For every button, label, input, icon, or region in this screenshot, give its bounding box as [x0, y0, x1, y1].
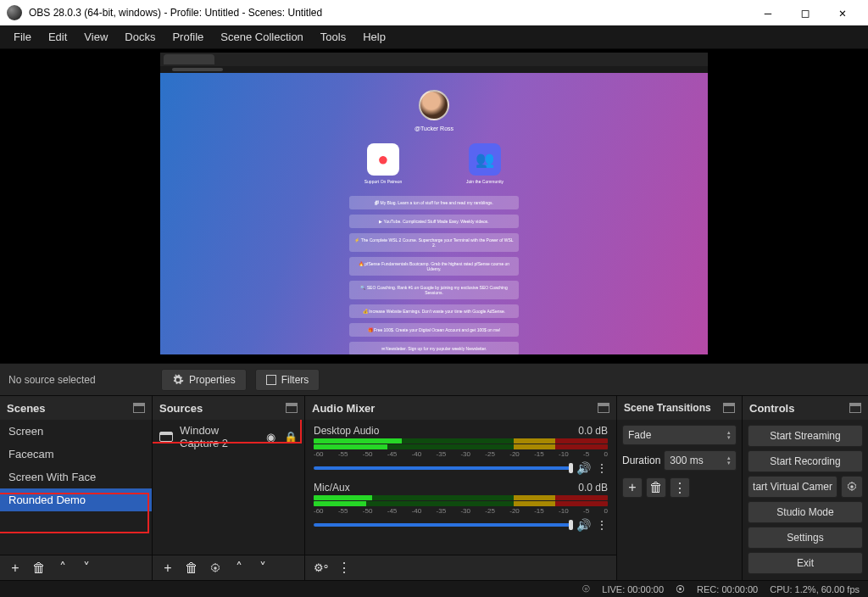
status-bar: ⦾ LIVE: 00:00:00 ⦿ REC: 00:00:00 CPU: 1.… [0, 580, 868, 597]
popout-icon[interactable] [286, 403, 298, 413]
live-status: LIVE: 00:00:00 [602, 584, 664, 594]
menu-edit[interactable]: Edit [40, 27, 75, 47]
channel-name: Mic/Aux [314, 482, 350, 494]
context-toolbar: No source selected Properties Filters [0, 363, 868, 395]
source-label: Window Capture 2 [180, 424, 257, 449]
controls-dock: Controls Start Streaming Start Recording… [743, 396, 868, 580]
spinner-icon[interactable]: ▴▾ [727, 455, 731, 466]
gear-icon [172, 374, 184, 386]
scene-item[interactable]: Facecam [0, 443, 152, 466]
source-up-button[interactable]: ˄ [229, 558, 249, 578]
maximize-button[interactable]: □ [787, 0, 824, 25]
window-capture-icon [159, 432, 173, 442]
channel-menu-icon[interactable]: ⋮ [596, 461, 608, 475]
virtual-camera-button[interactable]: tart Virtual Camer [748, 476, 837, 498]
no-source-label: No source selected [8, 374, 153, 386]
mute-icon[interactable]: 🔊 [576, 461, 591, 475]
preview-handle: @Tucker Ross [160, 126, 708, 131]
scene-up-button[interactable]: ˄ [53, 558, 73, 578]
preview-link: ✉ Newsletter. Sign up for my popular wee… [349, 342, 519, 354]
scenes-title: Scenes [7, 402, 46, 415]
preview-link: 🔥 pfSense Fundamentals Bootcamp. Grab th… [349, 257, 519, 276]
window-titlebar: OBS 28.0.3 (64-bit, windows) - Profile: … [0, 0, 868, 25]
volume-slider[interactable] [314, 466, 571, 470]
scene-item[interactable]: Screen [0, 420, 152, 443]
remove-source-button[interactable]: 🗑 [181, 558, 202, 578]
duration-input[interactable]: 300 ms▴▾ [664, 450, 737, 471]
preview-link: ▶ YouTube. Complicated Stuff Made Easy. … [349, 215, 519, 228]
duration-label: Duration [622, 455, 660, 466]
scenes-list: Screen Facecam Screen With Face Rounded … [0, 420, 152, 555]
minimize-button[interactable]: — [749, 0, 787, 25]
preview-area[interactable]: @Tucker Ross ●Support On Patreon 👥Join t… [0, 49, 868, 363]
filters-icon [266, 375, 276, 385]
popout-icon[interactable] [723, 403, 735, 413]
svg-point-1 [850, 485, 854, 488]
visibility-toggle-icon[interactable]: ◉ [264, 431, 277, 444]
preview-link: 🗐 My Blog. Learn a ton of stuff for free… [349, 196, 519, 209]
menu-scene-collection[interactable]: Scene Collection [212, 27, 312, 47]
lock-toggle-icon[interactable]: 🔒 [284, 431, 298, 444]
scene-item[interactable]: Screen With Face [0, 466, 152, 488]
mute-icon[interactable]: 🔊 [576, 518, 591, 532]
volume-slider[interactable] [314, 523, 571, 527]
preview-link: ⚡ The Complete WSL 2 Course. Supercharge… [349, 233, 519, 252]
menu-profile[interactable]: Profile [164, 27, 212, 47]
sources-dock: Sources Window Capture 2 ◉ 🔒 + 🗑 ˄ ˅ [153, 396, 305, 580]
rec-icon: ⦿ [676, 584, 685, 594]
virtual-camera-settings-button[interactable] [841, 476, 863, 498]
preview-link: 🎁 Free 100$. Create your Digital Ocean A… [349, 323, 519, 337]
source-down-button[interactable]: ˅ [253, 558, 273, 578]
window-title: OBS 28.0.3 (64-bit, windows) - Profile: … [29, 7, 749, 19]
source-properties-button[interactable] [205, 558, 225, 578]
mixer-channel: Mic/Aux0.0 dB -60-55-50-45-40-35-30-25-2… [305, 477, 616, 533]
add-scene-button[interactable]: + [5, 558, 25, 578]
advanced-audio-button[interactable]: ⚙ᵒ [310, 558, 331, 578]
start-streaming-button[interactable]: Start Streaming [748, 425, 863, 447]
remove-scene-button[interactable]: 🗑 [29, 558, 49, 578]
mixer-title: Audio Mixer [312, 402, 375, 415]
channel-db: 0.0 dB [578, 425, 608, 437]
menu-tools[interactable]: Tools [312, 27, 354, 47]
mixer-menu-button[interactable]: ⋮ [334, 558, 354, 578]
obs-logo-icon [7, 5, 22, 20]
meter-ticks: -60-55-50-45-40-35-30-25-20-15-10-50 [314, 507, 608, 515]
popout-icon[interactable] [133, 403, 145, 413]
preview-browser-addressbar [160, 66, 708, 73]
properties-button[interactable]: Properties [161, 369, 247, 391]
menu-docks[interactable]: Docks [116, 27, 164, 47]
transition-menu-button[interactable]: ⋮ [670, 477, 690, 498]
scene-down-button[interactable]: ˅ [76, 558, 97, 578]
source-item[interactable]: Window Capture 2 ◉ 🔒 [153, 420, 304, 454]
mixer-channel: Desktop Audio0.0 dB -60-55-50-45-40-35-3… [305, 420, 616, 477]
scene-item-selected[interactable]: Rounded Demo [0, 488, 152, 511]
chevron-updown-icon: ▴▾ [727, 430, 731, 440]
channel-name: Desktop Audio [314, 425, 379, 437]
menu-view[interactable]: View [75, 27, 116, 47]
channel-menu-icon[interactable]: ⋮ [596, 518, 608, 532]
menu-file[interactable]: File [5, 27, 40, 47]
preview-avatar [419, 90, 449, 120]
meter-ticks: -60-55-50-45-40-35-30-25-20-15-10-50 [314, 450, 608, 458]
filters-button[interactable]: Filters [255, 369, 320, 391]
preview-link: 🔍 SEO Coaching. Rank #1 on Google by joi… [349, 281, 519, 299]
studio-mode-button[interactable]: Studio Mode [748, 501, 863, 523]
popout-icon[interactable] [849, 403, 861, 413]
close-button[interactable]: ✕ [824, 0, 861, 25]
exit-button[interactable]: Exit [748, 552, 863, 574]
start-recording-button[interactable]: Start Recording [748, 450, 863, 472]
transition-select[interactable]: Fade▴▾ [622, 425, 737, 445]
menu-bar: File Edit View Docks Profile Scene Colle… [0, 25, 868, 49]
network-icon: ⦾ [582, 583, 590, 594]
add-source-button[interactable]: + [158, 558, 178, 578]
cpu-status: CPU: 1.2%, 60.00 fps [770, 584, 860, 594]
menu-help[interactable]: Help [354, 27, 394, 47]
settings-button[interactable]: Settings [748, 527, 863, 549]
audio-mixer-dock: Audio Mixer Desktop Audio0.0 dB -60-55-5… [305, 396, 617, 580]
sources-list: Window Capture 2 ◉ 🔒 [153, 420, 304, 555]
remove-transition-button[interactable]: 🗑 [646, 477, 666, 498]
preview-frame: @Tucker Ross ●Support On Patreon 👥Join t… [160, 53, 708, 354]
add-transition-button[interactable]: + [622, 477, 643, 498]
preview-brand-row: ●Support On Patreon 👥Join the Community [160, 143, 708, 184]
popout-icon[interactable] [598, 403, 609, 413]
